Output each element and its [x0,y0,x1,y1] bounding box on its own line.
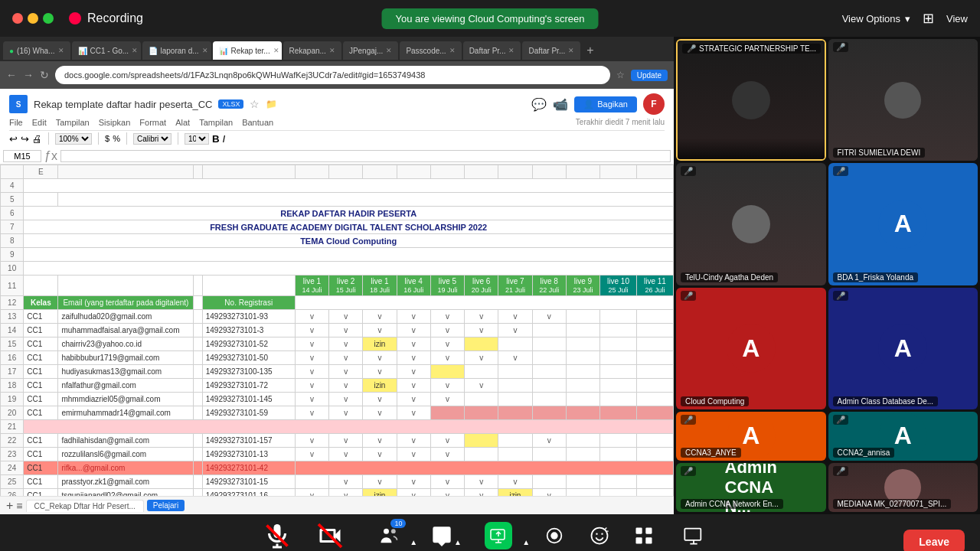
participants-button[interactable]: 10 Participants [361,522,417,551]
menu-sheet-btn[interactable]: ≡ [16,500,22,512]
unmute-button[interactable]: Unmute [256,522,299,551]
italic-btn[interactable]: I [223,133,226,145]
add-sheet-btn[interactable]: + [6,499,13,513]
move-icon[interactable]: 📁 [266,99,277,109]
menu-file[interactable]: File [9,118,23,127]
undo-btn[interactable]: ↩ [9,133,18,145]
back-button[interactable]: ← [6,69,17,81]
reactions-button[interactable]: Reactions [574,522,624,551]
sheets-filename: Rekap template daftar hadir peserta_CC [34,99,212,110]
bookmark-button[interactable]: ☆ [616,70,625,80]
view-options-button[interactable]: View Options ▾ [842,13,910,24]
zoom-select[interactable]: 100% [55,133,92,145]
menu-tampilan2[interactable]: Tampilan [199,118,233,127]
video-icon[interactable]: 📹 [553,97,568,112]
refresh-button[interactable]: ↻ [40,69,49,81]
reactions-icon [586,522,613,549]
record-button[interactable]: Record [534,522,574,551]
comment-icon[interactable]: 💬 [531,97,547,112]
url-input[interactable] [55,66,610,84]
start-video-button[interactable]: Start Video [303,522,357,551]
spreadsheet-area: ● (16) Wha... ✕ 📊 CC1 - Go... ✕ 📄 lapora… [0,37,674,514]
participants-caret[interactable]: ▲ [410,538,417,546]
name-cloud: Cloud Computing [681,396,749,406]
table-row: 6 REKAP DAFTAR HADIR PESERTA [1,207,674,220]
browser-tab-jpengaj[interactable]: JPengaj... ✕ [343,41,398,60]
col-header-n [465,165,498,179]
chat-button[interactable]: Chat [422,522,462,551]
menu-sisipkan[interactable]: Sisipkan [99,118,131,127]
mic-mediana: 🎤 [833,466,848,476]
top-bar: Recording You are viewing Cloud Computin… [0,0,980,37]
menu-edit[interactable]: Edit [32,118,47,127]
forward-button[interactable]: → [23,69,34,81]
mic-muted-icon: 🎤 [687,44,696,53]
toolbar-sep-3 [126,132,127,145]
svg-point-9 [551,532,558,539]
browser-tab-daftar2[interactable]: Daftar Pr... ✕ [522,41,580,60]
svg-point-11 [596,533,597,535]
browser-tab-whatsapp[interactable]: ● (16) Wha... ✕ [3,41,70,60]
chat-caret[interactable]: ▲ [454,538,462,546]
browser-tab-daftar1[interactable]: Daftar Pr... ✕ [463,41,521,60]
whiteboards-icon [680,522,707,549]
table-row: 17 CC1 hudiyasukmas13@gmail.com 14929327… [1,365,674,379]
size-select[interactable]: 10 [185,133,209,145]
browser-tab-cc1[interactable]: 📊 CC1 - Go... ✕ [72,41,141,60]
tab-add-btn[interactable]: + [582,44,598,57]
table-row: 23 CC1 rozzulilansl6@gmail.com 149293273… [1,448,674,461]
unmute-group: Unmute ▲ [256,522,302,551]
apps-button[interactable]: Apps [624,522,664,551]
spreadsheet-table-wrapper: E [0,165,674,496]
menu-tampilan[interactable]: Tampilan [56,118,90,127]
whiteboards-button[interactable]: Whiteboards [664,522,724,551]
currency-btn[interactable]: $ [105,134,109,143]
star-icon[interactable]: ☆ [250,98,260,110]
svg-point-5 [384,529,389,534]
participants-icon: 10 [375,522,403,549]
recording-indicator: Recording [12,11,143,25]
leave-button[interactable]: Leave [903,530,965,551]
col-header-g [194,165,202,179]
sheets-content: E [0,165,674,496]
font-select[interactable]: Calibri [133,133,172,145]
avatar-admindb: A [878,324,927,373]
browser-tab-rekap[interactable]: 📊 Rekap ter... ✕ [213,41,282,60]
col-header-f [58,165,194,179]
sheets-menu: File Edit Tampilan Sisipkan Format Alat … [9,118,665,127]
browser-tab-rekapan[interactable]: Rekapan... ✕ [283,41,341,60]
mac-dot-maximize[interactable] [43,13,54,24]
percent-btn[interactable]: % [113,134,120,143]
browser-tab-laporan[interactable]: 📄 laporan d... ✕ [142,41,211,60]
menu-format[interactable]: Format [139,118,166,127]
mic-adminccna: 🎤 [681,466,696,476]
cell-ref-input[interactable] [3,150,41,162]
share-screen-caret[interactable]: ▲ [522,538,530,546]
table-row: 20 CC1 emirmuhammadr14@gmail.com 1492932… [1,406,674,420]
formula-input[interactable] [60,150,671,162]
browser-tab-passcode[interactable]: Passcode... ✕ [400,41,461,60]
bold-btn[interactable]: B [212,133,220,145]
redo-btn[interactable]: ↪ [21,133,29,145]
mic-bda1: 🎤 [833,166,848,176]
mac-dot-minimize[interactable] [28,13,38,24]
mac-dot-close[interactable] [12,13,23,24]
update-button[interactable]: Update [631,70,668,81]
menu-alat[interactable]: Alat [175,118,190,127]
col-header-p [532,165,566,179]
name-cindy: TelU-Cindy Agatha Deden [681,272,778,282]
name-admindb: Admin Class Database De... [833,396,939,406]
mic-icon [263,522,291,549]
video-tile-ccna3: A CCNA3_ANYE 🎤 [676,412,826,461]
table-row: 25 CC1 prasstyor.zk1@gmail.com 149293273… [1,475,674,489]
svg-rect-14 [645,528,652,534]
name-ccna3: CCNA3_ANYE [681,448,741,458]
share-screen-button[interactable]: Share Screen [466,522,530,551]
pelajari-button[interactable]: Pelajari [147,500,185,511]
print-btn[interactable]: 🖨 [32,133,42,145]
sheet-tab-active[interactable]: CC_Rekap Dftar Hdr Pesert... [26,500,144,512]
mac-dots [12,13,54,24]
avatar-bda1: A [878,200,927,249]
menu-bantuan[interactable]: Bantuan [242,118,273,127]
bagikan-button[interactable]: 👤 Bagikan [574,96,637,112]
